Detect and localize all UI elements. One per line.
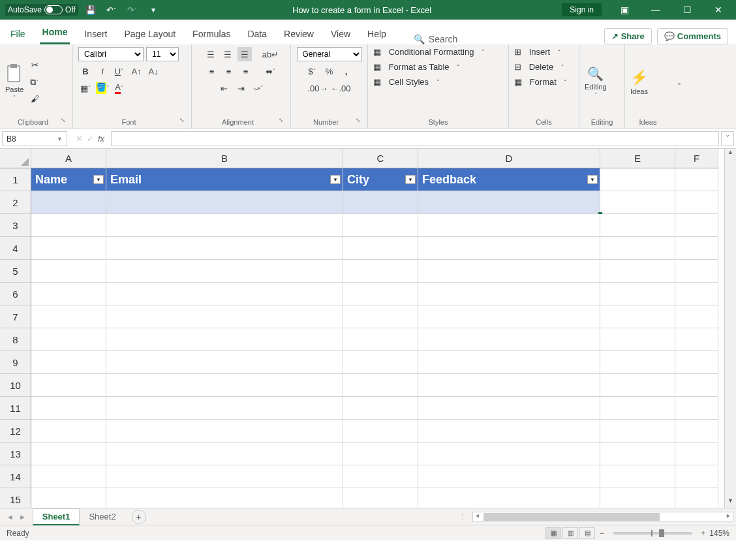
scroll-down-icon[interactable]: ▼ (725, 497, 736, 508)
cell-C7[interactable] (343, 305, 418, 328)
zoom-out-icon[interactable]: − (600, 529, 604, 538)
zoom-level[interactable]: 145% (709, 529, 729, 538)
cell-E7[interactable] (600, 305, 675, 328)
cell-B3[interactable] (106, 214, 343, 237)
undo-icon[interactable]: ↶˅ (103, 2, 120, 18)
next-sheet-icon[interactable]: ► (19, 513, 26, 521)
cell-D9[interactable] (418, 351, 600, 374)
column-header-E[interactable]: E (600, 149, 675, 168)
alignment-launcher-icon[interactable]: ⤡ (279, 117, 285, 127)
cell-F10[interactable] (675, 374, 718, 397)
cell-D5[interactable] (418, 260, 600, 283)
cell-D7[interactable] (418, 305, 600, 328)
cancel-formula-icon[interactable]: ✕ (76, 134, 83, 144)
cell-E12[interactable] (600, 420, 675, 443)
collapse-ribbon-icon[interactable]: ˄ (677, 82, 681, 91)
cell-B10[interactable] (106, 374, 343, 397)
comma-icon[interactable]: , (339, 64, 354, 78)
cell-C12[interactable] (343, 420, 418, 443)
cell-B7[interactable] (106, 305, 343, 328)
cell-A4[interactable] (31, 237, 106, 260)
scroll-up-icon[interactable]: ▲ (725, 149, 736, 159)
row-header-10[interactable]: 10 (0, 374, 31, 397)
cell-E8[interactable] (600, 328, 675, 351)
cell-A15[interactable] (31, 488, 106, 508)
currency-icon[interactable]: $ (305, 64, 320, 78)
comments-button[interactable]: 💬 Comments (657, 28, 728, 44)
close-icon[interactable]: ✕ (703, 0, 733, 20)
fill-color-icon[interactable]: 🪣 (95, 81, 110, 95)
paste-button[interactable]: Paste ˅ (5, 63, 23, 101)
orientation-icon[interactable]: ⤻ (251, 81, 266, 95)
cell-F5[interactable] (675, 260, 718, 283)
align-middle-icon[interactable]: ☰ (221, 47, 235, 61)
underline-button[interactable]: U (112, 64, 127, 78)
cell-D15[interactable] (418, 488, 600, 508)
font-launcher-icon[interactable]: ⤡ (179, 117, 186, 127)
cell-B8[interactable] (106, 328, 343, 351)
sheet-tab-sheet2[interactable]: Sheet2 (80, 509, 125, 524)
ribbon-display-options-icon[interactable]: ▣ (609, 0, 639, 20)
tab-file[interactable]: File (8, 23, 28, 44)
cell-B1[interactable]: Email▼ (106, 168, 343, 191)
borders-icon[interactable]: ▦ (78, 81, 93, 95)
row-header-13[interactable]: 13 (0, 443, 31, 465)
prev-sheet-icon[interactable]: ◄ (7, 513, 14, 521)
decrease-font-icon[interactable]: A↓ (146, 64, 161, 78)
cell-E3[interactable] (600, 214, 675, 237)
cell-F11[interactable] (675, 397, 718, 420)
row-header-12[interactable]: 12 (0, 420, 31, 443)
page-layout-view-icon[interactable]: ▥ (562, 527, 578, 539)
cell-D8[interactable] (418, 328, 600, 351)
fx-icon[interactable]: fx (98, 134, 104, 144)
cell-C2[interactable] (343, 191, 418, 214)
align-left-icon[interactable]: ≡ (205, 64, 219, 78)
filter-button-email[interactable]: ▼ (330, 175, 341, 184)
cell-B2[interactable] (106, 191, 343, 214)
cell-F8[interactable] (675, 328, 718, 351)
cell-A8[interactable] (31, 328, 106, 351)
font-name-select[interactable]: Calibri (78, 47, 144, 61)
cell-A11[interactable] (31, 397, 106, 420)
cell-E9[interactable] (600, 351, 675, 374)
search-box[interactable]: 🔍 Search (414, 34, 457, 44)
row-header-8[interactable]: 8 (0, 328, 31, 351)
decrease-indent-icon[interactable]: ⇤ (217, 81, 232, 95)
vertical-scrollbar[interactable]: ▲ ▼ (724, 149, 736, 508)
minimize-icon[interactable]: — (641, 0, 671, 20)
cell-D3[interactable] (418, 214, 600, 237)
cell-F2[interactable] (675, 191, 718, 214)
cell-E14[interactable] (600, 465, 675, 488)
cell-B4[interactable] (106, 237, 343, 260)
row-header-9[interactable]: 9 (0, 351, 31, 374)
row-header-15[interactable]: 15 (0, 488, 31, 508)
cut-icon[interactable]: ✂ (27, 58, 42, 72)
cell-B5[interactable] (106, 260, 343, 283)
cell-F9[interactable] (675, 351, 718, 374)
format-cells-button[interactable]: ▦ Format ˅ (514, 77, 567, 87)
tab-data[interactable]: Data (245, 23, 269, 44)
bold-button[interactable]: B (78, 64, 93, 78)
cell-A14[interactable] (31, 465, 106, 488)
cell-D10[interactable] (418, 374, 600, 397)
cell-B9[interactable] (106, 351, 343, 374)
cell-A2[interactable] (31, 191, 106, 214)
row-header-3[interactable]: 3 (0, 214, 31, 237)
align-center-icon[interactable]: ≡ (222, 64, 236, 78)
cell-D6[interactable] (418, 283, 600, 305)
merge-center-icon[interactable]: ⬌ (264, 64, 278, 78)
save-icon[interactable]: 💾 (82, 2, 99, 18)
cell-A5[interactable] (31, 260, 106, 283)
cell-C6[interactable] (343, 283, 418, 305)
column-header-F[interactable]: F (675, 149, 718, 168)
cell-E15[interactable] (600, 488, 675, 508)
cell-C13[interactable] (343, 443, 418, 465)
cell-F15[interactable] (675, 488, 718, 508)
cell-C3[interactable] (343, 214, 418, 237)
tab-formulas[interactable]: Formulas (190, 23, 233, 44)
cell-C11[interactable] (343, 397, 418, 420)
increase-decimal-icon[interactable]: .00→ (307, 81, 328, 95)
delete-cells-button[interactable]: ⊟ Delete ˅ (514, 62, 564, 72)
tab-review[interactable]: Review (281, 23, 316, 44)
cell-D13[interactable] (418, 443, 600, 465)
